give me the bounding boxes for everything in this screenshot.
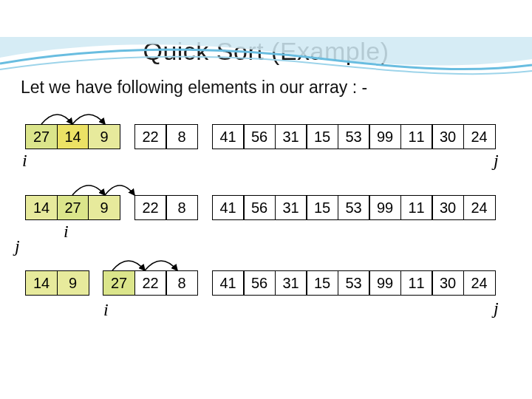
cell: 14: [25, 270, 58, 296]
array-row-2: 14 27 9 22 8 41 56 31 15 53 99 11 30 24: [25, 195, 532, 220]
cell: 8: [166, 124, 198, 149]
cell: 8: [166, 195, 198, 220]
pointer-j: j: [494, 151, 499, 171]
cell: 99: [369, 195, 401, 220]
cell: 15: [306, 270, 338, 296]
cell: 99: [369, 270, 401, 296]
cell: 27: [57, 195, 89, 220]
cell: 30: [432, 195, 464, 220]
cell: 24: [463, 270, 496, 296]
cell: 14: [57, 124, 89, 149]
cell: 31: [275, 270, 307, 296]
cell: 41: [212, 270, 245, 296]
cell: 41: [212, 195, 245, 220]
swap-arcs-row3: [25, 254, 532, 270]
cell: 22: [134, 195, 167, 220]
cell: 11: [400, 270, 433, 296]
cell: 27: [25, 124, 58, 149]
pointer-j: j: [494, 299, 499, 318]
cell: 31: [275, 195, 307, 220]
cell: 11: [400, 195, 433, 220]
swap-arcs-row2: [25, 179, 532, 195]
swap-arcs-row1: [25, 108, 532, 124]
cell: 24: [463, 195, 496, 220]
cell: 53: [338, 195, 370, 220]
cell: 22: [134, 124, 167, 149]
cell: 15: [306, 124, 338, 149]
cell: 8: [166, 270, 198, 296]
cell: 56: [243, 195, 276, 220]
cell: 27: [103, 270, 135, 296]
pointer-i: i: [103, 300, 109, 320]
cell: 9: [88, 124, 120, 149]
cell: 9: [88, 195, 120, 220]
cell: 30: [432, 270, 464, 296]
cell: 31: [275, 124, 307, 149]
pointer-i: i: [22, 151, 27, 171]
pointer-j: j: [15, 236, 20, 256]
cell: 15: [306, 195, 338, 220]
cell: 30: [432, 124, 464, 149]
cell: 41: [212, 124, 245, 149]
cell: 56: [243, 124, 276, 149]
cell: 56: [243, 270, 276, 296]
cell: 99: [369, 124, 401, 149]
cell: 53: [338, 270, 370, 296]
cell: 22: [134, 270, 167, 296]
cell: 9: [57, 270, 89, 296]
cell: 11: [400, 124, 433, 149]
cell: 24: [463, 124, 496, 149]
array-row-3: 14 9 27 22 8 41 56 31 15 53 99 11 30 24: [25, 270, 532, 296]
array-row-1: 27 14 9 22 8 41 56 31 15 53 99 11 30 24: [25, 124, 532, 149]
cell: 53: [338, 124, 370, 149]
cell: 14: [25, 195, 58, 220]
slide-title: Quick Sort (Example): [0, 37, 532, 66]
intro-text: Let we have following elements in our ar…: [21, 78, 532, 98]
pointer-i: i: [64, 222, 69, 242]
